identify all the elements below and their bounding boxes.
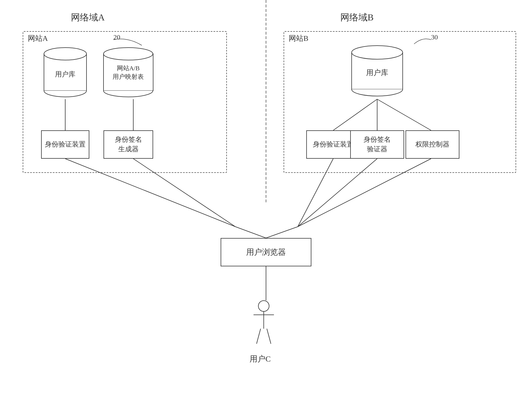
domain-a-label: 网络域A bbox=[71, 11, 105, 24]
user-c-label: 用户C bbox=[250, 354, 271, 364]
svg-line-11 bbox=[235, 227, 266, 238]
ref-20: 20 bbox=[113, 33, 120, 41]
svg-point-15 bbox=[44, 48, 86, 60]
svg-line-12 bbox=[266, 227, 298, 238]
user-figure bbox=[258, 300, 269, 344]
person-body bbox=[263, 312, 264, 329]
svg-point-18 bbox=[104, 48, 153, 60]
box-access: 权限控制器 bbox=[406, 130, 459, 159]
person-leg-right bbox=[267, 329, 271, 344]
box-sign-ver: 身份签名验证器 bbox=[350, 130, 404, 159]
domain-b-label: 网络域B bbox=[340, 11, 373, 24]
person-arms bbox=[254, 315, 274, 315]
svg-text:用户库: 用户库 bbox=[55, 71, 75, 78]
svg-text:用户库: 用户库 bbox=[366, 69, 388, 77]
svg-text:用户映射表: 用户映射表 bbox=[113, 73, 144, 80]
db-mapping: 网站A/B 用户映射表 bbox=[101, 45, 156, 98]
person-head bbox=[258, 300, 269, 312]
site-a-label: 网站A bbox=[28, 33, 48, 43]
db-user-b: 用户库 bbox=[349, 44, 406, 96]
site-b-label: 网站B bbox=[289, 33, 308, 43]
db-user-a: 用户库 bbox=[41, 45, 89, 98]
box-auth-a: 身份验证装置 bbox=[41, 130, 89, 159]
box-browser: 用户浏览器 bbox=[221, 238, 311, 266]
person-legs bbox=[260, 329, 267, 344]
svg-point-22 bbox=[352, 46, 403, 59]
person-leg-left bbox=[256, 329, 261, 344]
ref-30: 30 bbox=[431, 33, 438, 41]
box-sign-gen: 身份签名生成器 bbox=[104, 130, 153, 159]
svg-text:网站A/B: 网站A/B bbox=[117, 65, 140, 72]
